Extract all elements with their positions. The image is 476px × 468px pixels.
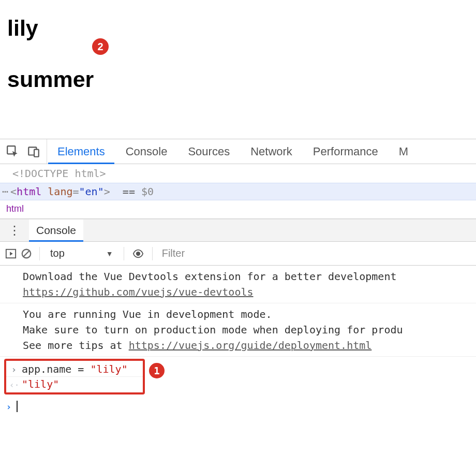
heading-name: lily bbox=[7, 16, 469, 41]
annotation-badge-2: 2 bbox=[92, 38, 109, 55]
devtools-tabbar: Elements Console Sources Network Perform… bbox=[0, 139, 476, 164]
drawer-menu-icon[interactable]: ⋮ bbox=[0, 224, 26, 237]
console-drawer-tabbar: ⋮ Console bbox=[0, 219, 476, 242]
chevron-down-icon: ▼ bbox=[106, 250, 113, 258]
page-body: lily 2 summer bbox=[0, 0, 476, 139]
log-link[interactable]: https://vuejs.org/guide/deployment.html bbox=[129, 339, 372, 352]
console-command: app.name = "lily" bbox=[22, 363, 128, 375]
highlight-box: › app.name = "lily" ‹· "lily" bbox=[4, 359, 145, 394]
log-text: You are running Vue in development mode. bbox=[23, 308, 272, 320]
tab-network[interactable]: Network bbox=[240, 139, 303, 164]
inspect-element-icon[interactable] bbox=[6, 145, 20, 158]
devtools-icon-group bbox=[0, 139, 47, 164]
log-text: Download the Vue Devtools extension for … bbox=[23, 270, 396, 283]
annotation-badge-1: 1 bbox=[149, 363, 165, 378]
html-node-selected[interactable]: ⋯ <html lang="en"> == $0 bbox=[0, 183, 476, 200]
log-text: Make sure to turn on production mode whe… bbox=[23, 324, 403, 336]
eye-icon[interactable] bbox=[131, 248, 145, 259]
context-select[interactable]: top ▼ bbox=[47, 246, 116, 260]
console-result: "lily" bbox=[22, 378, 59, 390]
tab-sources[interactable]: Sources bbox=[177, 139, 240, 164]
console-history-highlight: › app.name = "lily" ‹· "lily" 1 bbox=[4, 359, 145, 394]
console-log: Download the Vue Devtools extension for … bbox=[0, 266, 476, 415]
device-toolbar-icon[interactable] bbox=[27, 145, 40, 158]
ellipsis-icon: ⋯ bbox=[0, 185, 7, 198]
console-toolbar: top ▼ bbox=[0, 242, 476, 266]
text-cursor bbox=[17, 401, 18, 412]
log-message: Download the Vue Devtools extension for … bbox=[0, 266, 476, 303]
tab-console[interactable]: Console bbox=[115, 139, 178, 164]
tab-more[interactable]: M bbox=[389, 139, 419, 164]
log-link[interactable]: https://github.com/vuejs/vue-devtools bbox=[23, 286, 254, 298]
separator bbox=[124, 247, 124, 260]
filter-input[interactable] bbox=[160, 246, 471, 260]
log-text: See more tips at bbox=[23, 339, 129, 352]
console-prompt[interactable]: › bbox=[0, 398, 476, 415]
elements-tree[interactable]: <!DOCTYPE html> ⋯ <html lang="en"> == $0 bbox=[0, 164, 476, 200]
log-message: You are running Vue in development mode.… bbox=[0, 303, 476, 357]
result-caret-icon: ‹· bbox=[9, 380, 19, 390]
console-drawer-tab[interactable]: Console bbox=[29, 220, 83, 241]
input-caret-icon: › bbox=[9, 364, 19, 375]
clear-console-icon[interactable] bbox=[21, 248, 32, 259]
tab-performance[interactable]: Performance bbox=[303, 139, 389, 164]
console-result-row: ‹· "lily" bbox=[6, 376, 143, 391]
breadcrumb[interactable]: html bbox=[0, 200, 476, 219]
tab-elements[interactable]: Elements bbox=[47, 139, 115, 164]
svg-rect-2 bbox=[34, 149, 39, 156]
play-icon[interactable] bbox=[5, 248, 17, 259]
devtools-panel: Elements Console Sources Network Perform… bbox=[0, 139, 476, 415]
heading-season: summer bbox=[7, 67, 469, 92]
separator bbox=[39, 247, 40, 260]
prompt-caret-icon: › bbox=[4, 401, 13, 412]
context-value: top bbox=[50, 247, 65, 259]
svg-line-5 bbox=[24, 251, 29, 256]
console-input-row: › app.name = "lily" bbox=[6, 362, 143, 376]
doctype-node[interactable]: <!DOCTYPE html> bbox=[0, 164, 476, 183]
separator bbox=[152, 247, 153, 260]
svg-point-6 bbox=[136, 252, 139, 255]
